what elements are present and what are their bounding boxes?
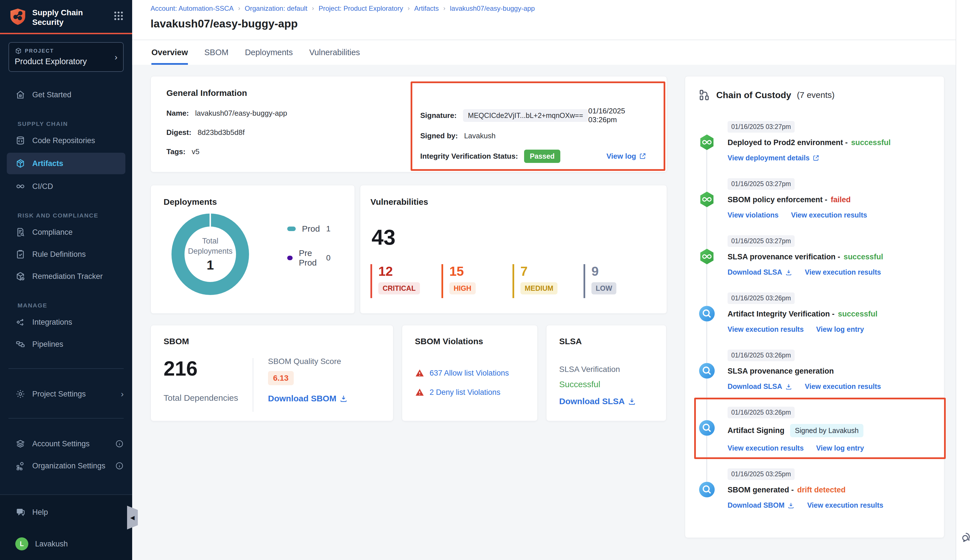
- project-name: Product Exploratory: [15, 57, 117, 66]
- card-title: Vulnerabilities: [371, 197, 656, 207]
- high-badge: HIGH: [449, 282, 476, 295]
- view-log-entry-link[interactable]: View log entry: [816, 325, 864, 333]
- view-execution-results-link[interactable]: View execution results: [791, 211, 867, 219]
- download-slsa-link[interactable]: Download SLSA: [559, 397, 636, 406]
- critical-count: 12: [378, 265, 441, 278]
- allow-list-violations-link[interactable]: 637 Allow list Violations: [430, 369, 509, 378]
- download-icon: [339, 394, 348, 403]
- breadcrumb-organization[interactable]: Organization: default: [245, 5, 307, 12]
- signed-by-label: Signed by:: [420, 132, 458, 140]
- view-log-link[interactable]: View log: [606, 152, 646, 161]
- legend-value: 0: [326, 253, 330, 262]
- clipboard-check-icon: [15, 249, 25, 259]
- project-cube-icon: [15, 47, 22, 55]
- sbom-violations-card: SBOM Violations 637 Allow list Violation…: [402, 325, 538, 421]
- view-execution-results-link[interactable]: View execution results: [807, 501, 883, 509]
- sidebar-item-code-repositories[interactable]: Code Repositories: [0, 130, 132, 152]
- code-repository-icon: [15, 135, 25, 146]
- pipelines-icon: [15, 339, 25, 349]
- event-timestamp: 01/16/2025 03:27pm: [728, 121, 794, 133]
- sidebar-item-get-started[interactable]: Get Started: [0, 84, 132, 106]
- support-chat-icon[interactable]: [960, 530, 974, 543]
- severity-high: 15 HIGH: [441, 264, 512, 298]
- breadcrumb-separator: ›: [312, 5, 314, 12]
- event-timestamp: 01/16/2025 03:26pm: [728, 407, 794, 418]
- tab-vulnerabilities[interactable]: Vulnerabilities: [309, 40, 360, 65]
- gear-icon: [15, 389, 25, 399]
- ssca-scan-icon: [698, 305, 716, 322]
- chain-event-deployed-prod2: 01/16/2025 03:27pm Deployed to Prod2 env…: [698, 121, 933, 162]
- chain-of-custody-card: Chain of Custody (7 events): [685, 76, 944, 538]
- view-log-entry-link[interactable]: View log entry: [816, 444, 864, 452]
- view-violations-link[interactable]: View violations: [728, 211, 778, 219]
- breadcrumb-separator: ›: [407, 5, 409, 12]
- warning-triangle-icon: [415, 387, 424, 397]
- breadcrumb-project[interactable]: Project: Product Exploratory: [319, 5, 403, 12]
- download-slsa-link[interactable]: Download SLSA: [728, 268, 792, 276]
- chain-event-artifact-integrity: 01/16/2025 03:26pm Artifact Integrity Ve…: [698, 292, 933, 333]
- vulnerabilities-card: Vulnerabilities 43 12 CRITICAL 15 HIGH 7: [360, 185, 667, 314]
- prod-legend-dot: [287, 227, 296, 231]
- event-status: successful: [844, 253, 883, 261]
- view-execution-results-link[interactable]: View execution results: [805, 382, 881, 391]
- sidebar-item-help[interactable]: ? Help: [0, 501, 132, 523]
- download-sbom-link[interactable]: Download SBOM: [268, 394, 348, 403]
- tab-overview[interactable]: Overview: [152, 40, 188, 65]
- sidebar-item-integrations[interactable]: Integrations: [0, 311, 132, 333]
- sidebar-item-compliance[interactable]: Compliance: [0, 221, 132, 243]
- general-information-card: General Information Name: lavakush07/eas…: [150, 76, 667, 172]
- chevron-right-icon: ›: [121, 389, 124, 399]
- box-wrench-icon: [15, 271, 25, 282]
- user-menu[interactable]: L Lavakush: [0, 533, 132, 555]
- view-deployment-details-link[interactable]: View deployment details: [728, 154, 819, 162]
- chain-events-timeline: 01/16/2025 03:27pm Deployed to Prod2 env…: [698, 121, 933, 509]
- download-sbom-link[interactable]: Download SBOM: [728, 501, 794, 509]
- tab-sbom[interactable]: SBOM: [204, 40, 229, 65]
- event-timestamp: 01/16/2025 03:27pm: [728, 235, 794, 247]
- view-execution-results-link[interactable]: View execution results: [728, 444, 804, 452]
- name-label: Name:: [166, 109, 189, 118]
- breadcrumb-account[interactable]: Account: Automation-SSCA: [150, 5, 234, 12]
- overview-content: General Information Name: lavakush07/eas…: [132, 65, 956, 560]
- sbom-quality-score-label: SBOM Quality Score: [268, 357, 348, 366]
- breadcrumb-current[interactable]: lavakush07/easy-buggy-app: [450, 5, 535, 12]
- home-icon: [15, 90, 25, 100]
- integrations-icon: [15, 317, 25, 327]
- sidebar-item-pipelines[interactable]: Pipelines: [0, 333, 132, 355]
- download-slsa-link[interactable]: Download SLSA: [728, 382, 792, 391]
- sidebar-item-label: Artifacts: [32, 159, 63, 168]
- sidebar-item-account-settings[interactable]: Account Settings: [0, 433, 132, 455]
- sidebar-item-remediation-tracker[interactable]: Remediation Tracker: [0, 265, 132, 287]
- critical-badge: CRITICAL: [378, 282, 420, 295]
- event-timestamp: 01/16/2025 03:26pm: [728, 350, 794, 361]
- tags-value: v5: [192, 147, 199, 156]
- tab-deployments[interactable]: Deployments: [245, 40, 293, 65]
- sidebar-item-artifacts[interactable]: Artifacts: [7, 153, 125, 174]
- signature-value[interactable]: MEQCICde2VjIT...bL+2+mqnOXw==: [463, 109, 588, 122]
- app-switcher-grid-icon[interactable]: [113, 10, 124, 22]
- breadcrumb-separator: ›: [238, 5, 240, 12]
- slsa-verification-status: Successful: [559, 380, 653, 389]
- view-execution-results-link[interactable]: View execution results: [805, 268, 881, 276]
- info-icon: [115, 440, 124, 448]
- external-link-icon: [813, 155, 819, 162]
- warning-triangle-icon: [415, 368, 424, 378]
- sidebar-item-label: Code Repositories: [32, 136, 95, 145]
- sidebar-item-label: Account Settings: [32, 440, 90, 448]
- svg-text:?: ?: [19, 509, 21, 513]
- sidebar-item-rule-definitions[interactable]: Rule Definitions: [0, 243, 132, 265]
- project-selector[interactable]: PROJECT Product Exploratory ›: [8, 42, 124, 72]
- sidebar-item-label: CI/CD: [32, 182, 53, 191]
- signed-by-value: Lavakush: [464, 132, 496, 140]
- breadcrumb-artifacts[interactable]: Artifacts: [414, 5, 439, 12]
- sidebar-item-project-settings[interactable]: Project Settings ›: [0, 383, 132, 405]
- chain-events-count: (7 events): [797, 90, 834, 100]
- view-execution-results-link[interactable]: View execution results: [728, 325, 804, 333]
- total-deployments-value: 1: [207, 257, 214, 273]
- avatar: L: [15, 537, 28, 550]
- deny-list-violations-link[interactable]: 2 Deny list Violations: [430, 388, 500, 397]
- low-badge: LOW: [591, 282, 616, 295]
- chain-of-custody-title: Chain of Custody: [716, 90, 791, 100]
- sidebar-item-cicd[interactable]: CI/CD: [0, 175, 132, 197]
- sidebar-item-organization-settings[interactable]: Organization Settings: [0, 455, 132, 477]
